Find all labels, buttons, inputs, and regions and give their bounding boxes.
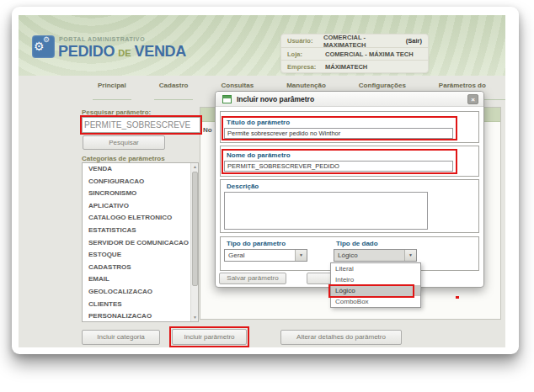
user-value: COMERCIAL - MAXIMATECH xyxy=(323,34,406,49)
chevron-down-icon[interactable]: ▼ xyxy=(295,250,307,261)
tipo-dado-label: Tipo de dado xyxy=(336,240,378,247)
store-row: Loja: COMERCIAL - MÁXIMA TECH xyxy=(281,47,428,60)
annotation-box-incluir-parametro xyxy=(169,326,249,347)
screenshot-frame: ⚙ ⚙ PORTAL ADMINISTRATIVO PEDIDO DE VEND… xyxy=(12,7,519,354)
tipo-parametro-value: Geral xyxy=(228,252,245,259)
store-label: Loja: xyxy=(287,50,325,58)
scroll-down-icon[interactable]: ▼ xyxy=(191,314,199,321)
app-title-venda: VENDA xyxy=(135,43,187,61)
annotation-box-titulo xyxy=(222,116,457,140)
category-item[interactable]: ESTATISTICAS xyxy=(83,225,198,237)
annotation-box-nome xyxy=(222,149,457,174)
category-item[interactable]: SINCRONISMO xyxy=(83,188,198,200)
categories-scrollbar[interactable]: ▲ ▼ xyxy=(190,163,198,321)
app-title-pedido: PEDIDO xyxy=(58,43,115,61)
category-item[interactable]: ESTOQUE xyxy=(83,249,198,262)
screenshot-stage: ⚙ ⚙ PORTAL ADMINISTRATIVO PEDIDO DE VEND… xyxy=(0,0,534,392)
company-label: Empresa: xyxy=(287,63,325,71)
tipo-dado-select[interactable]: Lógico ▼ xyxy=(334,249,417,262)
company-value: MÁXIMATECH xyxy=(325,63,367,71)
dialog-titlebar: Incluir novo parâmetro × xyxy=(216,92,483,107)
category-item[interactable]: VENDA xyxy=(83,163,198,176)
incluir-parametro-dialog: Incluir novo parâmetro × Título do parâm… xyxy=(215,91,484,288)
category-item[interactable]: CLIENTES xyxy=(83,299,198,311)
descricao-textarea[interactable] xyxy=(224,192,428,230)
window-icon xyxy=(222,95,232,103)
gear-small-icon: ⚙ xyxy=(43,36,50,44)
search-button[interactable]: Pesquisar xyxy=(83,135,165,150)
app-header: ⚙ ⚙ PORTAL ADMINISTRATIVO PEDIDO DE VEND… xyxy=(19,15,505,76)
incluir-categoria-button[interactable]: Incluir categoria xyxy=(82,330,160,345)
annotation-box-search xyxy=(80,115,202,135)
user-label: Usuário: xyxy=(287,37,323,45)
category-item[interactable]: EMAIL xyxy=(83,273,198,286)
app-title-de: DE xyxy=(118,48,131,58)
user-row: Usuário: COMERCIAL - MAXIMATECH (Sair) xyxy=(281,34,428,47)
user-info-box: Usuário: COMERCIAL - MAXIMATECH (Sair) L… xyxy=(280,34,429,73)
dialog-title: Incluir novo parâmetro xyxy=(237,95,314,103)
portal-label: PORTAL ADMINISTRATIVO xyxy=(59,36,145,42)
annotation-dot xyxy=(456,296,459,299)
category-item[interactable]: SERVIDOR DE COMUNICACAO xyxy=(83,237,198,250)
occluded-label-fragment: No xyxy=(203,126,212,134)
alterar-detalhes-button[interactable]: Alterar detalhes do parâmetro xyxy=(280,330,402,345)
scrollbar-thumb[interactable] xyxy=(192,172,198,286)
category-item[interactable]: CATALOGO ELETRONICO xyxy=(83,212,198,225)
annotation-box-logico xyxy=(328,284,414,298)
category-item[interactable]: APLICATIVO xyxy=(83,200,198,213)
tipo-parametro-select[interactable]: Geral ▼ xyxy=(224,249,307,262)
tipo-parametro-label: Tipo do parâmetro xyxy=(227,240,286,247)
salvar-parametro-button[interactable]: Salvar parâmetro xyxy=(219,273,286,284)
logout-link[interactable]: (Sair) xyxy=(406,37,422,45)
chevron-down-icon[interactable]: ▼ xyxy=(404,250,416,261)
categories-list: VENDA CONFIGURACAO SINCRONISMO APLICATIV… xyxy=(82,162,199,322)
category-item[interactable]: CADASTROS xyxy=(83,262,198,274)
app-title: PEDIDO DE VENDA xyxy=(58,43,186,61)
scroll-up-icon[interactable]: ▲ xyxy=(191,163,199,171)
category-item[interactable]: PERSONALIZACAO xyxy=(83,310,198,322)
app-window: ⚙ ⚙ PORTAL ADMINISTRATIVO PEDIDO DE VEND… xyxy=(19,15,505,347)
category-item[interactable]: GEOLOCALIZACAO xyxy=(83,286,198,299)
tipo-dado-value: Lógico xyxy=(338,252,358,259)
nav-principal[interactable]: Principal xyxy=(93,82,131,100)
nav-cadastro[interactable]: Cadastro xyxy=(154,82,194,100)
category-item[interactable]: CONFIGURACAO xyxy=(83,176,198,188)
categories-label: Categorias de parâmetros xyxy=(82,155,165,162)
descricao-label: Descrição xyxy=(227,183,259,190)
app-logo: ⚙ ⚙ xyxy=(32,35,55,58)
company-row: Empresa: MÁXIMATECH xyxy=(281,60,428,72)
store-value: COMERCIAL - MÁXIMA TECH xyxy=(325,50,414,58)
close-icon[interactable]: × xyxy=(467,94,478,104)
option-literal[interactable]: Literal xyxy=(331,263,420,274)
